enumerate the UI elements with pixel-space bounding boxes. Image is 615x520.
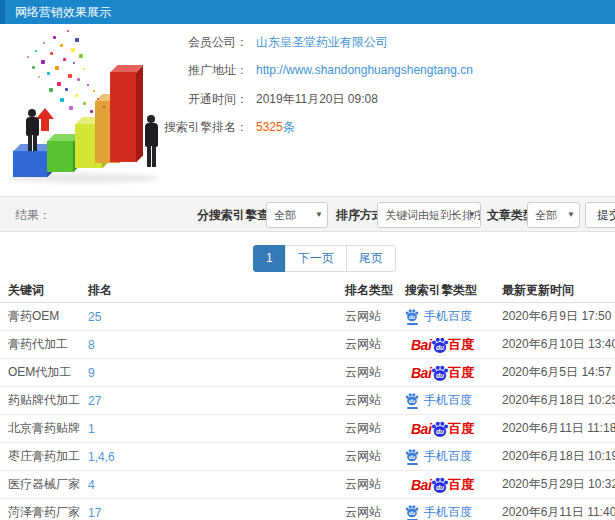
- table-row: 药贴牌代加工27云网站du手机百度2020年6月18日 10:25: [0, 387, 615, 415]
- svg-text:du: du: [436, 427, 444, 434]
- keyword-cell: 膏药OEM: [8, 303, 59, 330]
- mobile-baidu-icon: du: [405, 504, 419, 520]
- engine-filter-select[interactable]: 全部 ▼: [266, 202, 328, 228]
- engine-cell: Baidu百度: [405, 471, 474, 498]
- rank-link[interactable]: 27: [88, 394, 101, 408]
- svg-text:du: du: [409, 454, 416, 460]
- rank-count-label: 搜索引擎排名：: [0, 118, 248, 136]
- filter-bar: 结果： 分搜索引擎查看 全部 ▼ 排序方式 关键词由短到长排序 ▼ 文章类型 全…: [0, 196, 615, 232]
- mobile-baidu-icon: du: [405, 448, 419, 465]
- promo-url-label: 推广地址：: [0, 61, 248, 79]
- engine-filter-value: 全部: [274, 209, 296, 221]
- engine-cell: Baidu百度: [405, 331, 474, 358]
- last-page-button[interactable]: 尾页: [346, 245, 396, 272]
- rank-type-cell: 云网站: [345, 499, 381, 520]
- rank-type-cell: 云网站: [345, 387, 381, 414]
- rank-cell: 1,4,6: [88, 443, 115, 470]
- baidu-paw-icon: du: [405, 308, 419, 322]
- rank-cell: 9: [88, 359, 95, 386]
- rank-type-cell: 云网站: [345, 443, 381, 470]
- next-page-button[interactable]: 下一页: [285, 245, 347, 272]
- rank-link[interactable]: 1,4,6: [88, 450, 115, 464]
- mobile-baidu-label: 手机百度: [424, 308, 472, 325]
- header-keyword: 关键词: [8, 278, 44, 302]
- engine-cell: du手机百度: [405, 387, 472, 414]
- chevron-down-icon: ▼: [468, 203, 476, 227]
- engine-cell: du手机百度: [405, 499, 472, 520]
- update-time-cell: 2020年6月5日 14:57: [502, 359, 611, 386]
- table-row: 膏药代加工8云网站Baidu百度2020年6月10日 13:40: [0, 331, 615, 359]
- table-row: 枣庄膏药加工1,4,6云网站du手机百度2020年6月18日 10:19: [0, 443, 615, 471]
- update-time-cell: 2020年6月10日 13:40: [502, 331, 615, 358]
- engine-cell: du手机百度: [405, 443, 472, 470]
- title-bar: 网络营销效果展示: [0, 0, 615, 24]
- keyword-cell: 药贴牌代加工: [8, 387, 80, 414]
- rank-cell: 1: [88, 415, 95, 442]
- rank-link[interactable]: 4: [88, 478, 95, 492]
- svg-text:du: du: [409, 510, 416, 516]
- baidu-paw-icon: du: [431, 476, 449, 494]
- baidu-paw-icon: du: [405, 504, 419, 518]
- submit-button[interactable]: 提交: [585, 202, 615, 228]
- table-header-row: 关键词 排名 排名类型 搜索引擎类型 最新更新时间: [0, 278, 615, 303]
- page-title: 网络营销效果展示: [15, 0, 111, 24]
- company-link[interactable]: 山东皇圣堂药业有限公司: [256, 35, 388, 49]
- update-time-cell: 2020年6月11日 11:40: [502, 499, 615, 520]
- update-time-cell: 2020年6月9日 17:50: [502, 303, 611, 330]
- rank-count-value: 5325: [256, 120, 283, 134]
- chevron-down-icon: ▼: [315, 203, 323, 227]
- decorative-bar: [47, 141, 73, 172]
- pagination: 1 下一页 尾页: [253, 245, 396, 272]
- rank-type-cell: 云网站: [345, 359, 381, 386]
- decorative-bar: [13, 151, 47, 177]
- mobile-baidu-label: 手机百度: [424, 392, 472, 409]
- rank-link[interactable]: 17: [88, 506, 101, 520]
- sort-select[interactable]: 关键词由短到长排序 ▼: [377, 202, 481, 228]
- rank-link[interactable]: 9: [88, 366, 95, 380]
- decorative-bar: [110, 72, 136, 162]
- rank-link[interactable]: 1: [88, 422, 95, 436]
- rank-link[interactable]: 25: [88, 310, 101, 324]
- rank-link[interactable]: 8: [88, 338, 95, 352]
- svg-text:du: du: [436, 371, 444, 378]
- rank-cell: 27: [88, 387, 101, 414]
- table-row: 北京膏药贴牌1云网站Baidu百度2020年6月11日 11:18: [0, 415, 615, 443]
- svg-text:du: du: [409, 314, 416, 320]
- baidu-logo: Baidu百度: [411, 336, 474, 354]
- engine-cell: Baidu百度: [405, 415, 474, 442]
- table-row: 膏药OEM25云网站du手机百度2020年6月9日 17:50: [0, 303, 615, 331]
- keyword-cell: 菏泽膏药厂家: [8, 499, 80, 520]
- rank-count-suffix: 条: [283, 120, 295, 134]
- header-engine-type: 搜索引擎类型: [405, 278, 477, 302]
- table-row: 医疗器械厂家4云网站Baidu百度2020年5月29日 10:32: [0, 471, 615, 499]
- keyword-cell: 医疗器械厂家: [8, 471, 80, 498]
- article-type-select[interactable]: 全部 ▼: [527, 202, 580, 228]
- page-1-button[interactable]: 1: [253, 245, 286, 272]
- mobile-baidu-label: 手机百度: [424, 504, 472, 520]
- header-rank-type: 排名类型: [345, 278, 393, 302]
- open-time-label: 开通时间：: [0, 90, 248, 108]
- rank-cell: 25: [88, 303, 101, 330]
- svg-text:du: du: [436, 343, 444, 350]
- chevron-down-icon: ▼: [567, 203, 575, 227]
- rank-type-cell: 云网站: [345, 331, 381, 358]
- engine-cell: Baidu百度: [405, 359, 474, 386]
- baidu-logo: Baidu百度: [411, 476, 474, 494]
- company-label: 会员公司：: [0, 33, 248, 51]
- open-time-value: 2019年11月20日 09:08: [256, 90, 378, 108]
- sort-value: 关键词由短到长排序: [385, 209, 481, 221]
- promo-url-link[interactable]: http://www.shandonghuangshengtang.cn: [256, 63, 473, 77]
- rank-cell: 17: [88, 499, 101, 520]
- mobile-baidu-icon: du: [405, 308, 419, 325]
- update-time-cell: 2020年6月18日 10:19: [502, 443, 615, 470]
- baidu-paw-icon: du: [431, 336, 449, 354]
- table-body: 膏药OEM25云网站du手机百度2020年6月9日 17:50膏药代加工8云网站…: [0, 303, 615, 520]
- update-time-cell: 2020年6月11日 11:18: [502, 415, 615, 442]
- rank-cell: 4: [88, 471, 95, 498]
- svg-text:du: du: [436, 483, 444, 490]
- keyword-cell: 北京膏药贴牌: [8, 415, 80, 442]
- baidu-logo: Baidu百度: [411, 420, 474, 438]
- update-time-cell: 2020年5月29日 10:32: [502, 471, 615, 498]
- header-rank: 排名: [88, 278, 112, 302]
- result-label: 结果：: [15, 197, 51, 233]
